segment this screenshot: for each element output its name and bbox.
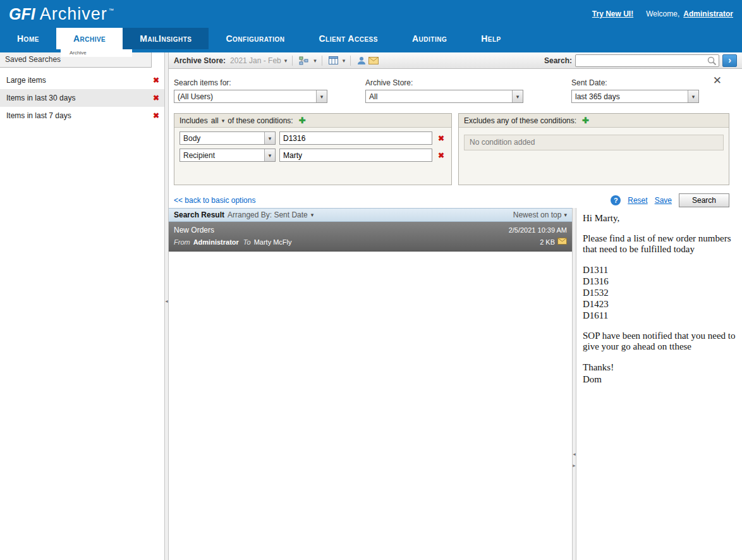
search-input[interactable] bbox=[575, 54, 719, 67]
email-paragraph: Please find a list of new order numbers … bbox=[583, 233, 736, 255]
brand-product: Archiver bbox=[40, 4, 107, 24]
header-right: Try New UI! Welcome, Administrator bbox=[592, 9, 733, 18]
saved-searches-list: Large items ✖ Items in last 30 days ✖ It… bbox=[0, 71, 164, 125]
help-icon[interactable]: ? bbox=[611, 195, 621, 205]
tab-auditing[interactable]: Auditing bbox=[395, 28, 464, 49]
tab-configuration[interactable]: Configuration bbox=[209, 28, 301, 49]
arranged-by[interactable]: Arranged By: Sent Date bbox=[228, 210, 308, 219]
user-icon[interactable] bbox=[356, 55, 367, 66]
try-new-ui-link[interactable]: Try New UI! bbox=[592, 9, 633, 18]
sent-date-value: last 365 days bbox=[572, 92, 688, 101]
archive-store-value[interactable]: 2021 Jan - Feb bbox=[230, 56, 281, 65]
envelope-icon bbox=[557, 238, 567, 246]
main-nav: Home Archive MailInsights Configuration … bbox=[0, 28, 742, 49]
action-buttons: ? Reset Save Search bbox=[611, 193, 729, 207]
no-condition-placeholder: No condition added bbox=[464, 135, 724, 150]
brand-logo: GFI Archiver ™ bbox=[9, 4, 114, 24]
add-include-condition-icon[interactable]: ✚ bbox=[299, 116, 306, 125]
delete-saved-search-icon[interactable]: ✖ bbox=[151, 76, 161, 85]
tab-home[interactable]: Home bbox=[0, 28, 56, 49]
excludes-conditions-box: Excludes any of these conditions: ✚ No c… bbox=[458, 113, 729, 185]
archive-store-dropdown-icon[interactable]: ▾ bbox=[284, 58, 288, 64]
back-to-basic-options-link[interactable]: << back to basic options bbox=[174, 196, 255, 205]
remove-condition-icon[interactable]: ✖ bbox=[436, 134, 446, 143]
preview-splitter[interactable]: ◄ ► bbox=[572, 208, 576, 560]
order-number: D1532 bbox=[583, 287, 736, 298]
filter-groups: Search items for: (All Users) ▾ Archive … bbox=[174, 78, 736, 103]
add-exclude-condition-icon[interactable]: ✚ bbox=[582, 116, 589, 125]
includes-mode-select[interactable]: all bbox=[211, 116, 219, 125]
archive-store-group: Archive Store: All ▾ bbox=[365, 78, 523, 103]
email-paragraph: SOP have been notified that you need to … bbox=[583, 331, 736, 352]
conditions-area: Includes all ▾ of these conditions: ✚ Bo… bbox=[174, 113, 736, 185]
sent-date-select[interactable]: last 365 days ▾ bbox=[571, 90, 699, 103]
chevron-down-icon[interactable]: ▾ bbox=[316, 90, 327, 102]
includes-suffix: of these conditions: bbox=[228, 116, 293, 125]
chevron-down-icon[interactable]: ▾ bbox=[264, 132, 275, 144]
search-box bbox=[575, 54, 719, 67]
email-order-list: D1311 D1316 D1532 D1423 D1611 bbox=[583, 264, 736, 321]
tab-mailinsights[interactable]: MailInsights bbox=[123, 28, 209, 49]
tab-help[interactable]: Help bbox=[464, 28, 518, 49]
sent-date-label: Sent Date: bbox=[571, 78, 699, 87]
order-number: D1423 bbox=[583, 298, 736, 310]
email-closing: Thanks! Dom bbox=[583, 362, 736, 386]
archive-store-filter-value: All bbox=[366, 92, 512, 101]
archive-store-filter-label: Archive Store: bbox=[365, 78, 523, 87]
result-row[interactable]: New Orders 2/5/2021 10:39 AM From Admini… bbox=[169, 222, 572, 252]
includes-mode-dropdown-icon[interactable]: ▾ bbox=[222, 118, 225, 124]
saved-search-item[interactable]: Items in last 30 days ✖ bbox=[0, 89, 164, 107]
search-items-for-group: Search items for: (All Users) ▾ bbox=[174, 78, 327, 103]
sort-order-dropdown-icon[interactable]: ▾ bbox=[564, 212, 567, 218]
remove-condition-icon[interactable]: ✖ bbox=[436, 151, 446, 160]
delete-saved-search-icon[interactable]: ✖ bbox=[151, 111, 161, 120]
from-label: From bbox=[174, 238, 190, 246]
filter-actions: << back to basic options ? Reset Save Se… bbox=[174, 193, 736, 207]
save-link[interactable]: Save bbox=[655, 196, 672, 205]
saved-searches-sidebar: Saved Searches Large items ✖ Items in la… bbox=[0, 52, 164, 560]
collapse-preview-right-icon[interactable]: ► bbox=[572, 463, 576, 468]
archive-submenu[interactable]: Archive bbox=[61, 49, 132, 57]
columns-view-icon[interactable] bbox=[327, 55, 339, 66]
chevron-down-icon[interactable]: ▾ bbox=[512, 90, 523, 102]
search-go-button[interactable]: › bbox=[722, 54, 737, 67]
condition-value-input[interactable] bbox=[279, 131, 432, 145]
mail-icon[interactable] bbox=[367, 56, 380, 66]
tab-archive[interactable]: Archive bbox=[56, 28, 123, 49]
search-items-for-value: (All Users) bbox=[174, 92, 316, 101]
columns-view-dropdown-icon[interactable]: ▾ bbox=[343, 58, 346, 64]
condition-value-input[interactable] bbox=[279, 149, 432, 162]
brand-gfi: GFI bbox=[9, 5, 35, 23]
condition-row: Body ▾ ✖ bbox=[179, 131, 446, 145]
condition-field-select[interactable]: Recipient ▾ bbox=[179, 149, 276, 162]
tab-client-access[interactable]: Client Access bbox=[302, 28, 395, 49]
chevron-down-icon[interactable]: ▾ bbox=[688, 90, 698, 102]
sort-order[interactable]: Newest on top ▾ bbox=[513, 210, 567, 219]
results-empty-area bbox=[169, 252, 572, 560]
username-link[interactable]: Administrator bbox=[683, 9, 733, 18]
collapse-sidebar-icon[interactable]: ◄ bbox=[164, 299, 169, 303]
email-greeting: Hi Marty, bbox=[583, 213, 736, 224]
close-icon[interactable]: ✕ bbox=[713, 75, 722, 86]
collapse-preview-left-icon[interactable]: ◄ bbox=[572, 452, 576, 456]
saved-search-item[interactable]: Large items ✖ bbox=[0, 71, 164, 89]
excludes-header: Excludes any of these conditions: ✚ bbox=[459, 114, 729, 128]
toolbar-search: Search: › bbox=[544, 54, 737, 67]
archive-store-select[interactable]: All ▾ bbox=[365, 90, 523, 103]
saved-search-item[interactable]: Items in last 7 days ✖ bbox=[0, 107, 164, 125]
condition-field-select[interactable]: Body ▾ bbox=[179, 131, 276, 145]
search-items-for-select[interactable]: (All Users) ▾ bbox=[174, 90, 327, 103]
delete-saved-search-icon[interactable]: ✖ bbox=[151, 94, 161, 102]
reset-link[interactable]: Reset bbox=[628, 196, 647, 205]
sort-order-label: Newest on top bbox=[513, 210, 562, 219]
search-items-for-label: Search items for: bbox=[174, 78, 327, 87]
condition-field-value: Body bbox=[180, 134, 264, 143]
search-icon[interactable] bbox=[707, 56, 717, 68]
chevron-down-icon[interactable]: ▾ bbox=[264, 149, 275, 161]
folder-tree-icon[interactable] bbox=[298, 55, 310, 66]
result-row-bottom: From Administrator To Marty McFly 2 KB bbox=[174, 238, 567, 246]
arranged-by-dropdown-icon[interactable]: ▾ bbox=[311, 212, 314, 218]
sidebar-splitter[interactable]: ◄ bbox=[164, 52, 169, 560]
folder-tree-dropdown-icon[interactable]: ▾ bbox=[313, 58, 317, 64]
search-button[interactable]: Search bbox=[679, 193, 729, 207]
